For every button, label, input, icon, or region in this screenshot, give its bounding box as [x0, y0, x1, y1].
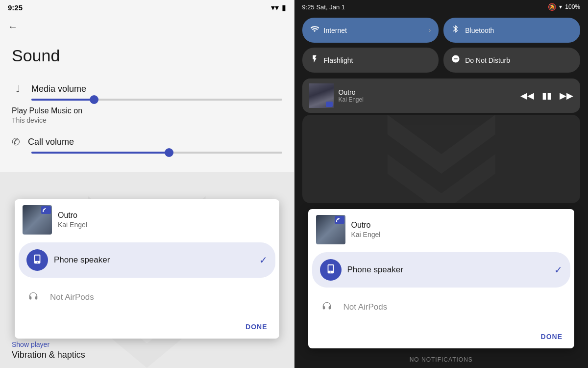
np-next-button[interactable]: ▶▶: [560, 90, 573, 101]
phone-speaker-label: Phone speaker: [54, 255, 253, 265]
bluetooth-qs-icon: [451, 25, 460, 36]
battery-icon: 100%: [565, 3, 580, 10]
show-player-link[interactable]: Show player: [12, 341, 49, 348]
right-not-airpods-option[interactable]: Not AirPods: [308, 289, 575, 325]
right-phone-speaker-icon: [325, 263, 336, 277]
left-time: 9:25: [8, 3, 23, 12]
dialog-music-info: Outro Kai Engel: [58, 211, 271, 229]
headphones-icon: [28, 291, 39, 304]
bluetooth-tile[interactable]: Bluetooth: [443, 18, 580, 43]
right-dialog-music-row: Outro Kai Engel: [308, 209, 575, 250]
page-title: Sound: [0, 38, 294, 77]
np-controls: ◀◀ ▮▮ ▶▶: [520, 90, 573, 101]
cast-icon: [41, 206, 51, 214]
right-phone-speaker-option[interactable]: Phone speaker ✓: [312, 252, 571, 288]
internet-tile[interactable]: Internet ›: [302, 18, 439, 43]
np-cast-badge: [326, 102, 333, 107]
no-notifications-label: NO NOTIFICATIONS: [410, 356, 473, 363]
flashlight-qs-icon: [310, 54, 319, 66]
headphones-icon-circle: [23, 287, 44, 308]
np-info: Outro Kai Engel: [339, 88, 516, 103]
right-panel: 9:25 Sat, Jan 1 🔕 ▾ 100% Internet ›: [294, 0, 588, 368]
right-check-icon: ✓: [554, 264, 563, 276]
np-song-title: Outro: [339, 88, 516, 96]
right-dialog-song-title: Outro: [351, 221, 567, 230]
not-airpods-label: Not AirPods: [50, 292, 271, 302]
flashlight-label: Flashlight: [324, 56, 353, 64]
play-on-section: Play Pulse Music on This device: [0, 101, 294, 130]
battery-icon: ▮: [282, 3, 286, 12]
album-art: [23, 205, 52, 235]
right-album-art: [316, 215, 345, 244]
right-audio-output-dialog: Outro Kai Engel Phone speaker ✓: [308, 209, 575, 348]
np-prev-button[interactable]: ◀◀: [520, 90, 534, 101]
left-audio-output-dialog: Outro Kai Engel Phone speaker ✓: [15, 199, 279, 339]
wifi-qs-icon: [310, 25, 319, 36]
call-volume-item: ✆ Call volume: [0, 130, 294, 154]
vibration-label: Vibration & haptics: [12, 350, 85, 360]
call-volume-slider[interactable]: [0, 152, 294, 154]
internet-label: Internet: [324, 26, 347, 34]
play-on-title: Play Pulse Music on: [12, 106, 282, 115]
phone-speaker-icon: [32, 254, 43, 267]
right-cast-icon: [335, 216, 344, 224]
dnd-label: Do Not Disturb: [465, 56, 510, 64]
np-artist: Kai Engel: [339, 96, 516, 103]
back-arrow-icon: ←: [8, 21, 18, 32]
media-volume-slider[interactable]: [0, 99, 294, 101]
right-dialog-music-info: Outro Kai Engel: [351, 221, 567, 238]
dialog-music-row: Outro Kai Engel: [15, 199, 279, 240]
check-icon: ✓: [259, 254, 268, 266]
media-volume-label: Media volume: [31, 84, 86, 94]
now-playing-bar[interactable]: Outro Kai Engel ◀◀ ▮▮ ▶▶: [302, 79, 581, 113]
vibration-section[interactable]: Vibration & haptics: [12, 342, 282, 368]
wifi-icon: ▾▾: [271, 3, 279, 12]
right-phone-speaker-label: Phone speaker: [347, 265, 549, 275]
right-bg-section: [302, 115, 581, 203]
phone-speaker-icon-circle: [26, 249, 48, 271]
right-not-airpods-label: Not AirPods: [343, 302, 567, 312]
music-note-icon: ♩: [12, 83, 24, 95]
dialog-footer: DONE: [15, 315, 279, 339]
done-button[interactable]: DONE: [242, 321, 271, 333]
right-headphones-icon-circle: [316, 296, 338, 318]
right-status-icons: 🔕 ▾ 100%: [548, 3, 580, 11]
right-status-bar: 9:25 Sat, Jan 1 🔕 ▾ 100%: [294, 0, 588, 14]
mute-icon: 🔕: [548, 3, 556, 11]
right-headphones-icon: [321, 301, 332, 314]
right-done-button[interactable]: DONE: [537, 331, 566, 342]
left-panel: 9:25 ▾▾ ▮ ← Sound ♩ Media volume Play Pu…: [0, 0, 294, 368]
dialog-song-title: Outro: [58, 211, 271, 220]
right-phone-speaker-icon-circle: [320, 259, 342, 281]
right-dialog-artist: Kai Engel: [351, 231, 567, 238]
phone-speaker-option[interactable]: Phone speaker ✓: [19, 242, 275, 278]
dialog-artist: Kai Engel: [58, 221, 271, 229]
dnd-tile[interactable]: Do Not Disturb: [443, 48, 580, 73]
bluetooth-label: Bluetooth: [465, 26, 494, 34]
wifi-icon: ▾: [559, 3, 562, 10]
left-status-icons: ▾▾ ▮: [271, 3, 286, 12]
np-album-art: [309, 83, 334, 108]
left-status-bar: 9:25 ▾▾ ▮: [0, 0, 294, 15]
media-volume-item: ♩ Media volume: [0, 77, 294, 101]
dnd-qs-icon: [451, 54, 460, 66]
play-on-device: This device: [12, 116, 282, 124]
right-dialog-footer: DONE: [308, 325, 575, 348]
quick-settings-grid: Internet › Bluetooth Flashlight: [294, 14, 588, 77]
svg-marker-5: [387, 115, 495, 174]
not-airpods-option[interactable]: Not AirPods: [15, 280, 279, 315]
call-volume-label: Call volume: [28, 137, 74, 147]
no-notifications-bar: NO NOTIFICATIONS: [294, 351, 588, 368]
flashlight-tile[interactable]: Flashlight: [302, 48, 439, 73]
right-datetime: 9:25 Sat, Jan 1: [302, 3, 345, 11]
phone-icon: ✆: [12, 136, 20, 148]
back-button[interactable]: ←: [0, 15, 294, 38]
np-pause-button[interactable]: ▮▮: [542, 90, 552, 101]
chevron-right-icon: ›: [429, 27, 431, 34]
